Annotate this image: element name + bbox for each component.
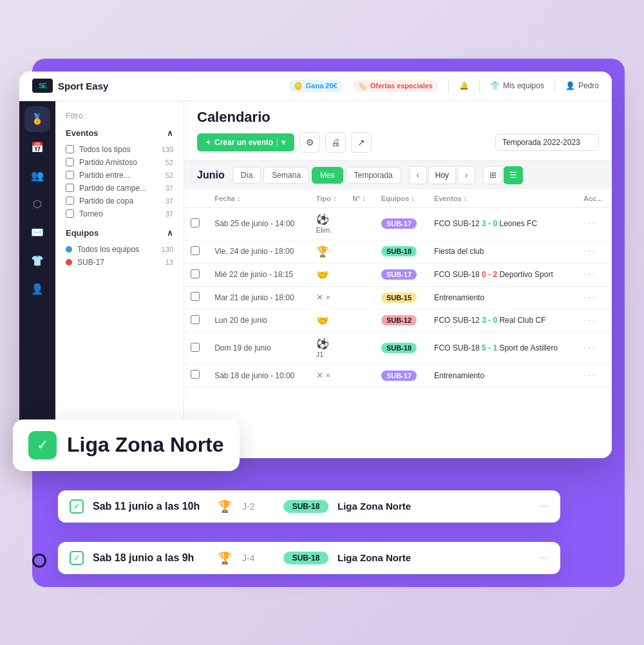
earn-action[interactable]: 🪙 Gana 20€ [289,80,343,92]
prev-arrow[interactable]: ‹ [409,166,427,184]
row-checkbox[interactable] [191,218,200,227]
num-cell [346,309,375,332]
nav-arrows: ‹ Hoy › [409,166,475,184]
filter-checkbox[interactable] [66,145,74,153]
sidebar-item-profile[interactable]: 👤 [24,276,50,302]
team-dot-sub17 [66,259,72,265]
filter-items-list: Todos los tipos 130 Partido Amistoso 52 … [66,143,173,220]
team-dot [66,246,72,253]
float-check-icon-2: ✓ [70,551,84,565]
settings-button[interactable]: ⚙ [299,132,320,153]
filter-checkbox[interactable] [66,184,74,192]
filter-item[interactable]: Todos los tipos 130 [66,143,173,156]
filter-item[interactable]: Partido de campe... 37 [66,182,173,195]
next-arrow[interactable]: › [457,166,475,184]
print-button[interactable]: 🖨 [325,132,346,153]
user-action[interactable]: 👤 Pedro [565,81,599,90]
col-equipos[interactable]: Equipos ↕ [375,189,428,208]
col-num[interactable]: N° ↕ [346,189,375,208]
team-cell: SUB-17 [375,263,428,286]
teams-action[interactable]: 👕 Mis equipos [490,81,544,90]
event-cell: Entrenamiento [428,286,577,309]
action-dots[interactable]: ··· [583,342,596,353]
table-row: Dom 19 de junio ⚽J1 SUB-18 FCO SUB-18 5 … [184,332,612,364]
gear-icon: ⚙ [306,137,314,148]
sidebar-item-calendar[interactable]: 📅 [24,135,50,160]
event-cell: FCO SUB-12 3 - 0 Real Club CF [428,309,577,332]
tab-mes[interactable]: Mes [312,167,343,184]
filter-item[interactable]: Partido Amistoso 52 [66,156,173,169]
calendar-table: Fecha ↕ Tipo ↕ N° ↕ Equipos ↕ Eventos ↕ … [184,189,612,458]
chevron-up-icon: ∧ [167,128,173,138]
col-check [184,189,208,208]
trophy-icon-1: 🏆 [218,499,233,514]
team-count: 130 [162,245,173,253]
row-checkbox[interactable] [191,292,200,301]
tab-semana[interactable]: Semana [263,167,309,184]
filter-checkbox[interactable] [66,158,74,166]
teams-section-title: Equipos ∧ [66,228,173,238]
filter-item[interactable]: Partido entre... 52 [66,169,173,182]
filter-item[interactable]: Partido de copa 37 [66,195,173,207]
filter-item-name: Partido de copa [79,197,133,206]
row-checkbox[interactable] [191,315,200,324]
sidebar-item-players[interactable]: 👥 [24,163,50,189]
sidebar-item-kits[interactable]: 👕 [24,248,50,274]
action-dots[interactable]: ··· [583,292,596,303]
event-cell: Entrenamiento [428,364,577,387]
filter-count: 52 [166,159,173,166]
coin-icon: 🪙 [294,82,303,90]
action-dots[interactable]: ··· [583,314,596,325]
row-checkbox[interactable] [191,343,200,352]
filter-checkbox[interactable] [66,197,74,205]
type-cell: ✕ × [310,364,346,387]
row-checkbox[interactable] [191,370,200,379]
app-window: SE Sport Easy 🪙 Gana 20€ 🏷️ Ofertas espe… [19,72,612,458]
divider [448,79,449,92]
tag-icon: 🏷️ [358,82,367,90]
create-event-button[interactable]: + Crear un evento ▾ [197,133,294,151]
filter-checkbox[interactable] [66,209,74,218]
tab-temporada[interactable]: Temporada [346,167,401,184]
filter-checkbox[interactable] [66,171,74,179]
team-name-sub17: SUB-17 [77,258,104,267]
row-checkbox[interactable] [191,246,200,255]
create-btn-label: Crear un evento [214,138,273,147]
season-select[interactable]: Temporada 2022-2023 [495,134,599,151]
list-view-btn[interactable]: ☰ [504,166,523,184]
action-dots[interactable]: ··· [583,218,596,229]
bell-action[interactable]: 🔔 [459,81,469,90]
sidebar-item-messages[interactable]: ✉️ [24,220,50,245]
today-button[interactable]: Hoy [428,166,456,184]
filter-item[interactable]: Torneo 37 [66,207,173,220]
row-checkbox[interactable] [191,269,200,278]
float-dots-1[interactable]: ··· [539,499,549,513]
col-tipo[interactable]: Tipo ↕ [310,189,346,208]
col-fecha[interactable]: Fecha ↕ [208,189,310,208]
team-filter-item-sub17[interactable]: SUB-17 13 [66,256,173,269]
filter-label: Filtro : [66,111,173,120]
action-dots[interactable]: ··· [583,269,596,280]
sidebar-item-home[interactable]: 🏅 [24,106,50,132]
float-dots-2[interactable]: ··· [539,551,549,564]
col-eventos[interactable]: Eventos ↕ [428,189,577,208]
dropdown-arrow-icon: ▾ [277,138,285,147]
sidebar-item-tactics[interactable]: ⬡ [24,191,50,217]
offers-action[interactable]: 🏷️ Ofertas especiales [353,80,438,92]
table-row: Mié 22 de junio - 18:15 🤝 SUB-17 FCO SUB… [184,263,612,286]
shirt-icon: 👕 [490,81,500,90]
action-dots[interactable]: ··· [583,370,596,381]
float-event-1: Liga Zona Norte [337,501,530,512]
date-cell: Lun 20 de junio [208,309,310,332]
share-button[interactable]: ↗ [351,132,372,153]
num-cell [346,332,375,364]
team-count-sub17: 13 [166,258,173,266]
action-dots[interactable]: ··· [583,245,596,256]
table-row: Lun 20 de junio 🤝 SUB-12 FCO SUB-12 3 - … [184,309,612,332]
main-content: Calendario + Crear un evento ▾ ⚙ 🖨 [184,101,612,458]
tab-dia[interactable]: Día [232,167,261,184]
filter-count: 37 [166,197,173,205]
col-acc[interactable]: Acc... [577,189,612,208]
grid-view-btn[interactable]: ⊞ [483,166,502,184]
team-filter-item[interactable]: Todos los equipos 130 [66,243,173,256]
